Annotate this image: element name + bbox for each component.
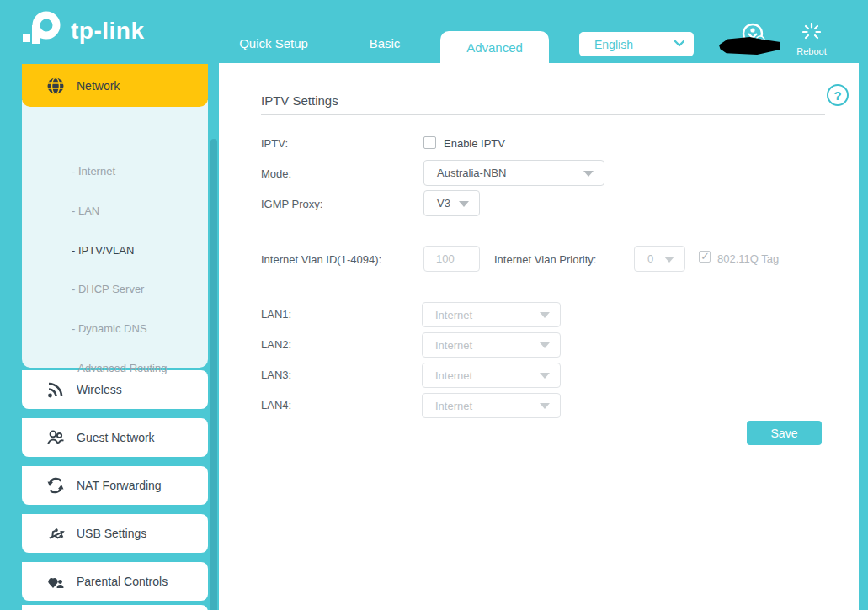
sidebar-item-network[interactable]: Network: [22, 64, 208, 107]
question-mark-icon[interactable]: ?: [827, 84, 849, 106]
sidebar-subitem-iptv-vlan[interactable]: - IPTV/VLAN: [72, 244, 134, 257]
sidebar-item-usb-settings[interactable]: USB Settings: [22, 514, 208, 553]
dropdown-arrow-icon: [583, 171, 594, 177]
language-value: English: [594, 38, 633, 51]
sidebar-item-label: Network: [77, 79, 120, 93]
enable-iptv-label: Enable IPTV: [444, 137, 505, 150]
enable-iptv-checkbox[interactable]: [423, 136, 436, 149]
lan3-select[interactable]: Internet: [422, 363, 561, 388]
tp-link-logo: tp-link: [20, 9, 145, 53]
sidebar-item-partial[interactable]: [22, 605, 208, 610]
lan2-label: LAN2:: [261, 338, 291, 351]
dropdown-arrow-icon: [459, 201, 469, 207]
vlan-priority-select[interactable]: 0: [634, 246, 685, 272]
sidebar-item-label: Wireless: [77, 383, 122, 396]
nat-forwarding-icon: [46, 476, 65, 495]
sidebar-subitem-internet[interactable]: - Internet: [72, 165, 115, 178]
network-submenu: - Internet - LAN - IPTV/VLAN - DHCP Serv…: [22, 100, 208, 368]
sidebar-scrollbar-thumb[interactable]: [210, 139, 217, 610]
tp-link-logo-icon: [20, 9, 64, 53]
vlan-priority-label: Internet Vlan Priority:: [494, 253, 596, 266]
802-11q-tag-checkbox[interactable]: [699, 251, 711, 263]
tab-basic[interactable]: Basic: [370, 36, 401, 50]
sidebar-item-label: Parental Controls: [77, 575, 168, 588]
reboot-button[interactable]: Reboot: [792, 23, 831, 56]
language-select[interactable]: English: [579, 32, 694, 56]
dropdown-arrow-icon: [540, 373, 550, 379]
reboot-icon: [802, 23, 821, 41]
sidebar-item-parental-controls[interactable]: Parental Controls: [22, 562, 208, 601]
globe-icon: [46, 77, 65, 95]
sidebar-item-guest-network[interactable]: Guest Network: [22, 418, 208, 457]
igmp-proxy-value: V3: [437, 197, 450, 210]
lan4-select[interactable]: Internet: [422, 393, 561, 418]
sidebar-item-wireless[interactable]: Wireless: [22, 370, 208, 409]
main-content: IPTV Settings ? IPTV: Enable IPTV Mode: …: [219, 63, 859, 610]
tab-advanced[interactable]: Advanced: [440, 31, 549, 63]
tab-advanced-label: Advanced: [466, 40, 523, 55]
vlan-priority-value: 0: [647, 252, 653, 265]
802-11q-tag-label: 802.11Q Tag: [717, 252, 779, 265]
reboot-label: Reboot: [792, 46, 831, 56]
lan2-select[interactable]: Internet: [422, 332, 561, 358]
usb-icon: [46, 524, 65, 543]
sidebar-item-nat-forwarding[interactable]: NAT Forwarding: [22, 466, 208, 505]
vlan-id-input[interactable]: [423, 246, 480, 272]
mode-label: Mode:: [261, 167, 291, 180]
lan1-select[interactable]: Internet: [422, 302, 561, 327]
igmp-proxy-label: IGMP Proxy:: [261, 198, 322, 210]
lan4-label: LAN4:: [261, 399, 291, 411]
parental-controls-icon: [46, 572, 65, 591]
redacted-device-name: [719, 37, 780, 55]
lan4-value: Internet: [435, 400, 472, 412]
sidebar-subitem-dynamic-dns[interactable]: - Dynamic DNS: [72, 322, 147, 335]
sidebar-item-label: NAT Forwarding: [77, 479, 162, 492]
dropdown-arrow-icon: [540, 403, 550, 409]
title-divider: [261, 114, 825, 115]
mode-value: Australia-NBN: [437, 167, 506, 179]
sidebar-item-label: Guest Network: [77, 431, 155, 444]
dropdown-arrow-icon: [664, 257, 674, 263]
chevron-down-icon: [674, 40, 684, 47]
dropdown-arrow-icon: [540, 342, 550, 348]
igmp-proxy-select[interactable]: V3: [423, 190, 480, 216]
lan3-value: Internet: [435, 369, 472, 382]
router-admin-app: tp-link Quick Setup Basic Advanced Engli…: [0, 0, 868, 610]
wifi-icon: [46, 380, 65, 399]
lan1-label: LAN1:: [261, 308, 291, 321]
lan3-label: LAN3:: [261, 369, 291, 381]
dropdown-arrow-icon: [540, 312, 550, 318]
lan2-value: Internet: [435, 339, 472, 352]
sidebar-subitem-advanced-routing[interactable]: - Advanced Routing: [72, 362, 167, 374]
tab-quick-setup[interactable]: Quick Setup: [239, 36, 308, 50]
sidebar-item-label: USB Settings: [77, 527, 146, 540]
logo-text: tp-link: [71, 18, 145, 45]
sidebar-subitem-dhcp-server[interactable]: - DHCP Server: [72, 283, 144, 295]
iptv-label: IPTV:: [261, 137, 288, 150]
mode-select[interactable]: Australia-NBN: [423, 160, 604, 186]
sidebar-subitem-lan[interactable]: - LAN: [72, 204, 99, 217]
lan1-value: Internet: [435, 309, 472, 321]
guest-network-icon: [46, 428, 65, 447]
page-title: IPTV Settings: [261, 93, 338, 108]
vlan-id-label: Internet Vlan ID(1-4094):: [261, 253, 381, 266]
sidebar: Network - Internet - LAN - IPTV/VLAN - D…: [22, 64, 208, 368]
save-button[interactable]: Save: [747, 421, 822, 445]
